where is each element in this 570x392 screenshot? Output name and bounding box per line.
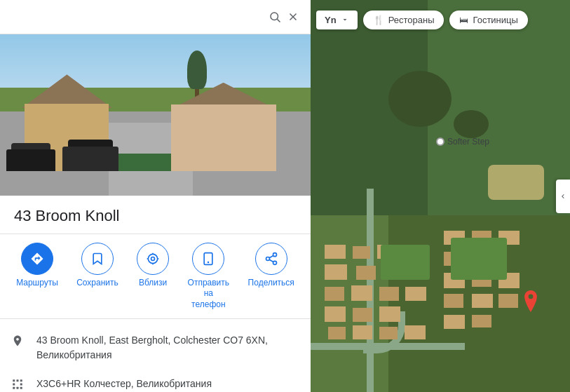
house-r10 bbox=[472, 294, 493, 308]
restaurants-filter-button[interactable]: 🍴 Рестораны bbox=[363, 11, 445, 29]
send-button[interactable]: Отправить на телефон bbox=[187, 243, 229, 311]
save-button[interactable]: Сохранить bbox=[76, 243, 118, 311]
plus-code-icon bbox=[11, 378, 25, 391]
svg-point-4 bbox=[151, 257, 155, 260]
svg-rect-18 bbox=[17, 380, 19, 382]
svg-line-16 bbox=[269, 255, 273, 257]
svg-point-13 bbox=[266, 257, 269, 260]
share-label: Поделиться bbox=[248, 278, 294, 289]
send-label: Отправить на телефон bbox=[187, 278, 229, 311]
garden-1 bbox=[381, 245, 430, 280]
search-input[interactable]: 43 Broom Knoll bbox=[8, 11, 266, 23]
softer-step-poi[interactable]: Softer Step bbox=[436, 137, 489, 147]
sandy-patch bbox=[488, 165, 544, 200]
house-b1 bbox=[325, 245, 346, 259]
satellite-icon: Yn bbox=[325, 15, 337, 25]
svg-rect-22 bbox=[13, 387, 15, 389]
field-patch-2 bbox=[454, 110, 489, 138]
place-name: 43 Broom Knoll bbox=[14, 207, 297, 225]
action-buttons-row: Маршруты Сохранить Вблизи bbox=[0, 234, 311, 320]
svg-rect-19 bbox=[20, 380, 22, 382]
place-name-section: 43 Broom Knoll bbox=[0, 196, 311, 234]
svg-rect-21 bbox=[20, 384, 22, 386]
house-b9 bbox=[351, 285, 372, 301]
info-section: 43 Broom Knoll, East Bergholt, Colcheste… bbox=[0, 319, 311, 392]
house-b2 bbox=[353, 246, 370, 259]
map-toolbar: Yn 🍴 Рестораны 🛏 Гостиницы bbox=[311, 0, 570, 39]
house-b16 bbox=[353, 325, 372, 339]
location-marker[interactable] bbox=[521, 290, 541, 318]
plus-code-text: X3C6+HR Колчестер, Великобритания bbox=[36, 377, 212, 391]
street-view-image[interactable] bbox=[0, 34, 311, 196]
collapse-panel-button[interactable] bbox=[556, 180, 570, 213]
chevron-left-icon bbox=[559, 192, 567, 201]
house-b14 bbox=[379, 306, 400, 322]
map-pin-icon bbox=[521, 290, 541, 318]
nearby-label: Вблизи bbox=[139, 278, 167, 289]
softer-step-label: Softer Step bbox=[447, 137, 489, 147]
share-icon-circle bbox=[255, 243, 287, 275]
svg-point-14 bbox=[273, 261, 276, 264]
house-b5 bbox=[325, 264, 347, 280]
house-r11 bbox=[498, 294, 518, 308]
restaurant-icon: 🍴 bbox=[373, 15, 384, 25]
search-button[interactable] bbox=[266, 8, 284, 26]
plus-code-row: X3C6+HR Колчестер, Великобритания bbox=[0, 370, 311, 392]
house-b8 bbox=[325, 287, 344, 301]
svg-point-12 bbox=[273, 252, 276, 256]
chevron-down-icon bbox=[341, 15, 349, 24]
hotels-label: Гостиницы bbox=[473, 15, 517, 25]
house-r13 bbox=[472, 315, 491, 327]
house-b18 bbox=[405, 325, 426, 339]
house-b17 bbox=[379, 327, 398, 339]
garden-2 bbox=[451, 238, 507, 280]
house-b13 bbox=[353, 308, 372, 322]
svg-line-15 bbox=[269, 259, 273, 262]
svg-point-0 bbox=[271, 13, 278, 20]
softer-step-dot bbox=[436, 137, 445, 146]
nearby-icon-circle bbox=[137, 243, 169, 275]
save-icon-circle bbox=[81, 243, 114, 275]
svg-rect-24 bbox=[20, 387, 22, 389]
house-b15 bbox=[328, 327, 346, 339]
restaurants-label: Рестораны bbox=[388, 15, 435, 25]
house-b10 bbox=[379, 287, 399, 301]
field-patch-1 bbox=[388, 71, 452, 127]
house-b11 bbox=[405, 287, 426, 301]
address-text: 43 Broom Knoll, East Bergholt, Colcheste… bbox=[36, 333, 299, 363]
svg-point-5 bbox=[148, 254, 157, 263]
hotel-icon: 🛏 bbox=[459, 15, 468, 25]
svg-rect-23 bbox=[17, 387, 19, 389]
house-b6 bbox=[356, 266, 376, 280]
svg-rect-20 bbox=[13, 384, 15, 386]
left-panel: 43 Broom Knoll bbox=[0, 0, 311, 392]
search-bar: 43 Broom Knoll bbox=[0, 0, 311, 34]
map-background bbox=[311, 0, 570, 392]
house-b12 bbox=[325, 306, 346, 322]
routes-icon-circle bbox=[21, 243, 53, 275]
save-label: Сохранить bbox=[76, 278, 118, 289]
svg-line-1 bbox=[277, 19, 280, 22]
map-panel[interactable]: Yn 🍴 Рестораны 🛏 Гостиницы Softer Step bbox=[311, 0, 570, 392]
svg-rect-17 bbox=[13, 380, 15, 382]
routes-button[interactable]: Маршруты bbox=[16, 243, 58, 311]
satellite-mode-button[interactable]: Yn bbox=[316, 11, 358, 29]
address-row: 43 Broom Knoll, East Bergholt, Colcheste… bbox=[0, 326, 311, 370]
location-icon bbox=[11, 334, 25, 347]
nearby-button[interactable]: Вблизи bbox=[137, 243, 169, 311]
house-r12 bbox=[444, 315, 465, 329]
house-r9 bbox=[444, 294, 463, 308]
hotels-filter-button[interactable]: 🛏 Гостиницы bbox=[449, 11, 527, 29]
share-button[interactable]: Поделиться bbox=[248, 243, 294, 311]
routes-label: Маршруты bbox=[16, 278, 58, 289]
clear-button[interactable] bbox=[284, 8, 302, 26]
send-icon-circle bbox=[192, 243, 224, 275]
